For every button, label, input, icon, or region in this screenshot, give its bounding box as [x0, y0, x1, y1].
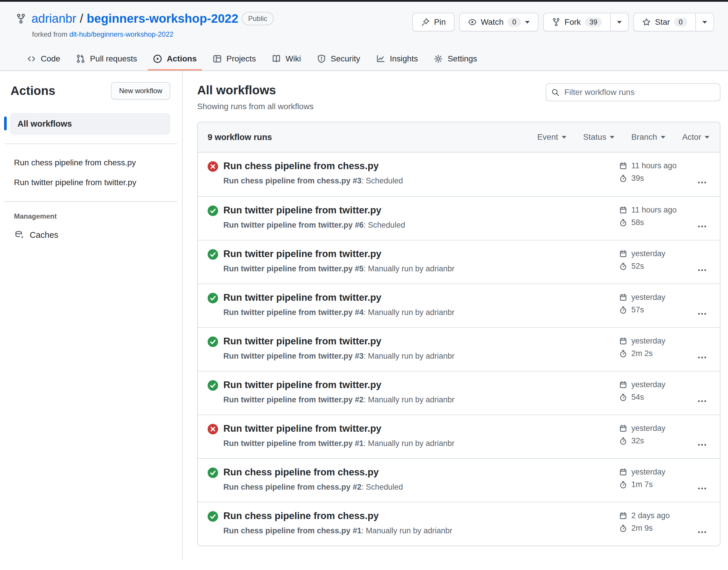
- tab-pull-requests[interactable]: Pull requests: [71, 47, 143, 70]
- workflow-run-number-link[interactable]: Run twitter pipeline from twitter.py #1: [223, 439, 364, 448]
- workflow-run-number-link[interactable]: Run twitter pipeline from twitter.py #3: [223, 352, 364, 360]
- workflow-run-row[interactable]: Run twitter pipeline from twitter.py Run…: [198, 240, 720, 284]
- sidebar-title: Actions: [10, 84, 55, 98]
- tab-actions[interactable]: Actions: [148, 47, 202, 70]
- workflow-run-row[interactable]: Run twitter pipeline from twitter.py Run…: [198, 371, 720, 414]
- workflow-run-meta: 11 hours ago 58s: [619, 204, 692, 240]
- event-filter-dropdown[interactable]: Event: [537, 132, 566, 142]
- sidebar-item-workflow-chess[interactable]: Run chess pipeline from chess.py: [0, 153, 182, 173]
- kebab-icon: [697, 483, 707, 494]
- workflow-run-event-text: : Manually run by adrianbr: [364, 439, 455, 448]
- tab-code[interactable]: Code: [22, 47, 65, 70]
- workflow-run-title-link[interactable]: Run twitter pipeline from twitter.py: [223, 292, 382, 303]
- kebab-menu-button[interactable]: [692, 204, 712, 240]
- workflow-run-number-link[interactable]: Run twitter pipeline from twitter.py #6: [223, 221, 364, 229]
- repo-name-link[interactable]: beginners-workshop-2022: [87, 12, 238, 26]
- fork-button[interactable]: Fork 39: [543, 13, 629, 31]
- kebab-menu-button[interactable]: [692, 292, 712, 327]
- star-button[interactable]: Star 0: [633, 13, 714, 31]
- workflow-run-number-link[interactable]: Run chess pipeline from chess.py #3: [223, 177, 361, 185]
- kebab-icon: [697, 177, 707, 188]
- workflow-run-row[interactable]: Run chess pipeline from chess.py Run che…: [198, 153, 720, 196]
- tab-label: Pull requests: [90, 54, 137, 63]
- tab-security[interactable]: Security: [311, 47, 366, 70]
- workflow-run-title-link[interactable]: Run twitter pipeline from twitter.py: [223, 335, 382, 347]
- pin-button[interactable]: Pin: [412, 13, 454, 31]
- chevron-down-icon: [702, 21, 707, 24]
- check-circle-icon: [208, 336, 218, 347]
- filter-workflow-runs-input[interactable]: [546, 83, 720, 101]
- workflow-run-number-link[interactable]: Run twitter pipeline from twitter.py #4: [223, 308, 364, 317]
- sidebar-item-caches[interactable]: Caches: [15, 230, 182, 240]
- fork-dropdown[interactable]: [610, 13, 628, 31]
- workflow-run-meta: yesterday 54s: [619, 379, 692, 414]
- workflow-run-row[interactable]: Run chess pipeline from chess.py Run che…: [198, 458, 720, 502]
- run-duration: 52s: [631, 262, 644, 271]
- run-time: 11 hours ago: [631, 161, 677, 170]
- cache-icon: [15, 231, 24, 240]
- workflow-run-title-link[interactable]: Run twitter pipeline from twitter.py: [223, 248, 382, 260]
- repo-nav-tabs: Code Pull requests Actions Projects Wiki…: [16, 47, 714, 70]
- workflow-run-number-link[interactable]: Run twitter pipeline from twitter.py #5: [223, 264, 364, 273]
- star-button-label: Star: [655, 17, 670, 27]
- workflow-run-row[interactable]: Run twitter pipeline from twitter.py Run…: [198, 414, 720, 458]
- workflow-run-row[interactable]: Run twitter pipeline from twitter.py Run…: [198, 284, 720, 327]
- tab-projects[interactable]: Projects: [207, 47, 261, 70]
- calendar-icon: [619, 250, 627, 258]
- kebab-menu-button[interactable]: [692, 160, 712, 196]
- x-circle-icon: [208, 161, 218, 172]
- actor-filter-dropdown[interactable]: Actor: [682, 132, 709, 142]
- watch-button[interactable]: Watch 0: [459, 13, 538, 31]
- workflow-run-title-link[interactable]: Run chess pipeline from chess.py: [223, 466, 379, 478]
- kebab-menu-button[interactable]: [692, 248, 712, 284]
- workflow-run-title-link[interactable]: Run twitter pipeline from twitter.py: [223, 204, 382, 216]
- status-filter-dropdown[interactable]: Status: [583, 132, 615, 142]
- stopwatch-icon: [619, 393, 627, 401]
- actor-filter-label: Actor: [682, 132, 701, 142]
- workflow-run-event-text: : Scheduled: [361, 483, 403, 491]
- eye-icon: [468, 18, 477, 26]
- tab-settings[interactable]: Settings: [428, 47, 482, 70]
- check-circle-icon: [208, 249, 218, 260]
- new-workflow-button[interactable]: New workflow: [111, 82, 170, 99]
- stopwatch-icon: [619, 481, 627, 489]
- calendar-icon: [619, 162, 627, 170]
- workflow-run-meta: 11 hours ago 39s: [619, 160, 692, 196]
- pull-request-icon: [76, 54, 85, 63]
- workflow-run-title-link[interactable]: Run twitter pipeline from twitter.py: [223, 379, 382, 391]
- workflow-run-row[interactable]: Run twitter pipeline from twitter.py Run…: [198, 196, 720, 240]
- branch-filter-dropdown[interactable]: Branch: [631, 132, 665, 142]
- workflow-run-title-link[interactable]: Run chess pipeline from chess.py: [223, 160, 379, 172]
- kebab-menu-button[interactable]: [692, 335, 712, 371]
- workflow-run-number-link[interactable]: Run chess pipeline from chess.py #1: [223, 526, 361, 535]
- actions-sidebar: Actions New workflow All workflows Run c…: [0, 71, 183, 561]
- workflow-run-number-link[interactable]: Run twitter pipeline from twitter.py #2: [223, 395, 364, 404]
- workflow-run-row[interactable]: Run twitter pipeline from twitter.py Run…: [198, 327, 720, 371]
- kebab-menu-button[interactable]: [692, 466, 712, 502]
- code-icon: [27, 54, 36, 63]
- tab-insights[interactable]: Insights: [371, 47, 423, 70]
- status-filter-label: Status: [583, 132, 606, 142]
- tab-label: Settings: [448, 54, 477, 63]
- calendar-icon: [619, 424, 627, 433]
- workflow-run-number-link[interactable]: Run chess pipeline from chess.py #2: [223, 483, 361, 491]
- workflow-run-row[interactable]: Run chess pipeline from chess.py Run che…: [198, 502, 720, 546]
- star-dropdown[interactable]: [695, 13, 713, 31]
- repo-owner-link[interactable]: adrianbr: [31, 12, 76, 26]
- sidebar-item-all-workflows[interactable]: All workflows: [10, 113, 170, 135]
- workflow-run-title-link[interactable]: Run twitter pipeline from twitter.py: [223, 423, 382, 434]
- forked-from-link[interactable]: dlt-hub/beginners-workshop-2022: [69, 30, 174, 38]
- divider: [5, 144, 177, 144]
- tab-wiki[interactable]: Wiki: [266, 47, 306, 70]
- watch-button-label: Watch: [481, 17, 503, 27]
- kebab-menu-button[interactable]: [692, 510, 712, 546]
- sidebar-item-workflow-twitter[interactable]: Run twitter pipeline from twitter.py: [0, 173, 182, 193]
- kebab-icon: [697, 527, 707, 537]
- workflow-run-meta: yesterday 57s: [619, 292, 692, 327]
- watch-count: 0: [508, 17, 521, 27]
- kebab-menu-button[interactable]: [692, 423, 712, 458]
- workflow-run-title-link[interactable]: Run chess pipeline from chess.py: [223, 510, 379, 522]
- kebab-menu-button[interactable]: [692, 379, 712, 414]
- graph-icon: [376, 54, 385, 63]
- chevron-down-icon: [705, 136, 709, 138]
